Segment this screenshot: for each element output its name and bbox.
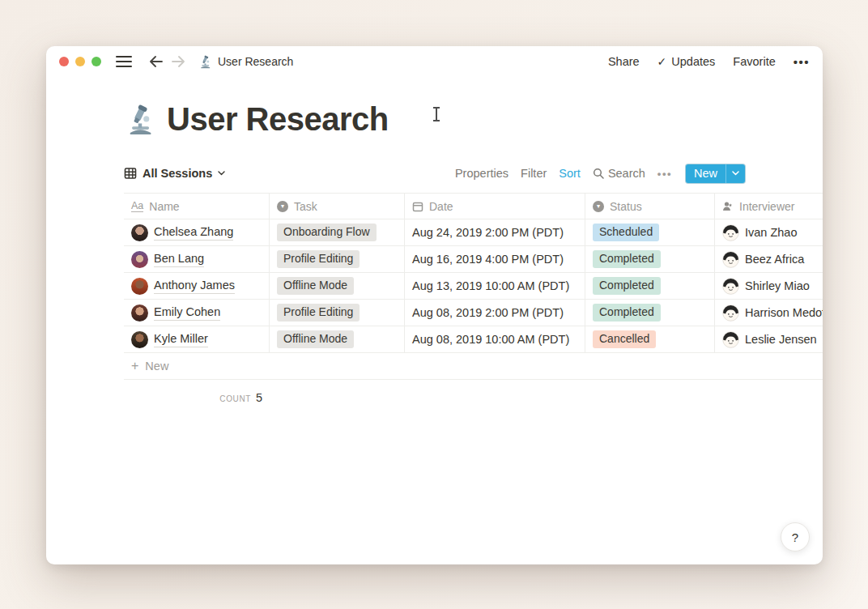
- interviewer-cell[interactable]: Ivan Zhao: [715, 219, 823, 245]
- desktop: { "titlebar": { "breadcrumb_title": "Use…: [0, 0, 868, 609]
- table-row: Anthony James Offline Mode Aug 13, 2019 …: [124, 273, 823, 300]
- view-switcher[interactable]: All Sessions: [124, 167, 225, 180]
- app-window: User Research Share ✓ Updates Favorite •…: [46, 46, 823, 564]
- participant-avatar: [131, 331, 148, 348]
- search-icon: [593, 168, 604, 179]
- task-tag: Profile Editing: [277, 250, 360, 268]
- interviewer-avatar: [722, 224, 739, 241]
- text-cursor: [436, 108, 437, 121]
- date-cell[interactable]: Aug 16, 2019 4:00 PM (PDT): [405, 246, 585, 272]
- table-row: Ben Lang Profile Editing Aug 16, 2019 4:…: [124, 246, 823, 273]
- filter-button[interactable]: Filter: [521, 167, 547, 180]
- participant-name[interactable]: Emily Cohen: [154, 304, 220, 321]
- task-cell[interactable]: Offline Mode: [270, 273, 405, 299]
- page-title[interactable]: User Research: [167, 101, 389, 138]
- date-value: Aug 13, 2019 10:00 AM (PDT): [412, 279, 569, 292]
- count-value: 5: [256, 391, 262, 404]
- participant-avatar: [131, 251, 148, 268]
- zoom-window-button[interactable]: [91, 57, 101, 66]
- status-cell[interactable]: Cancelled: [585, 326, 715, 352]
- status-cell[interactable]: Completed: [585, 273, 715, 299]
- name-cell[interactable]: Ben Lang: [124, 246, 270, 272]
- name-cell[interactable]: Anthony James: [124, 273, 270, 299]
- new-button[interactable]: New: [686, 164, 745, 183]
- column-label: Date: [429, 200, 453, 213]
- plus-icon: +: [131, 360, 138, 373]
- date-cell[interactable]: Aug 08, 2019 2:00 PM (PDT): [405, 300, 585, 326]
- breadcrumb[interactable]: User Research: [198, 55, 293, 69]
- name-cell[interactable]: Emily Cohen: [124, 300, 270, 326]
- date-cell[interactable]: Aug 08, 2019 10:00 AM (PDT): [405, 326, 585, 352]
- table-body: Chelsea Zhang Onboarding Flow Aug 24, 20…: [124, 219, 823, 353]
- new-row-label: New: [145, 360, 168, 373]
- status-tag: Completed: [593, 250, 661, 268]
- new-row-button[interactable]: + New: [124, 353, 823, 380]
- interviewer-cell[interactable]: Shirley Miao: [715, 273, 823, 299]
- sort-button[interactable]: Sort: [559, 167, 581, 180]
- back-button[interactable]: [147, 53, 164, 70]
- page-icon-microscope[interactable]: [124, 104, 156, 136]
- help-button[interactable]: ?: [781, 522, 810, 552]
- interviewer-avatar: [722, 278, 739, 295]
- task-tag: Offline Mode: [277, 330, 354, 348]
- updates-button[interactable]: ✓ Updates: [657, 55, 716, 68]
- table-header-row: Aa Name ▾ Task Date ▾ Status: [124, 193, 823, 219]
- forward-button[interactable]: [169, 53, 187, 70]
- date-cell[interactable]: Aug 13, 2019 10:00 AM (PDT): [405, 273, 585, 299]
- view-more-icon[interactable]: •••: [657, 168, 672, 180]
- share-button[interactable]: Share: [608, 55, 640, 68]
- sidebar-menu-icon[interactable]: [116, 56, 132, 67]
- table-row: Chelsea Zhang Onboarding Flow Aug 24, 20…: [124, 219, 823, 246]
- date-value: Aug 08, 2019 2:00 PM (PDT): [412, 306, 564, 319]
- task-cell[interactable]: Profile Editing: [270, 300, 405, 326]
- new-button-label[interactable]: New: [686, 164, 725, 183]
- status-tag: Cancelled: [593, 330, 656, 348]
- column-header-name[interactable]: Aa Name: [124, 194, 270, 219]
- participant-avatar: [131, 304, 148, 322]
- participant-name[interactable]: Anthony James: [154, 278, 235, 294]
- name-cell[interactable]: Kyle Miller: [124, 326, 270, 352]
- minimize-window-button[interactable]: [75, 57, 85, 66]
- task-cell[interactable]: Onboarding Flow: [270, 219, 405, 245]
- properties-button[interactable]: Properties: [455, 167, 508, 180]
- window-controls: [59, 57, 101, 66]
- column-label: Interviewer: [739, 200, 794, 213]
- table-row: Emily Cohen Profile Editing Aug 08, 2019…: [124, 300, 823, 326]
- date-cell[interactable]: Aug 24, 2019 2:00 PM (PDT): [405, 219, 585, 245]
- status-cell[interactable]: Completed: [585, 246, 715, 272]
- updates-label: Updates: [671, 55, 715, 68]
- search-button[interactable]: Search: [593, 167, 645, 180]
- status-cell[interactable]: Completed: [585, 300, 715, 326]
- interviewer-name: Harrison Medoff: [745, 306, 823, 319]
- interviewer-cell[interactable]: Beez Africa: [715, 246, 823, 272]
- participant-name[interactable]: Chelsea Zhang: [154, 224, 233, 241]
- status-cell[interactable]: Scheduled: [585, 219, 715, 245]
- task-cell[interactable]: Offline Mode: [270, 326, 405, 352]
- interviewer-cell[interactable]: Leslie Jensen: [715, 326, 823, 352]
- more-options-icon[interactable]: •••: [794, 55, 810, 69]
- column-header-date[interactable]: Date: [405, 194, 585, 219]
- column-header-task[interactable]: ▾ Task: [270, 194, 405, 219]
- task-tag: Profile Editing: [277, 304, 360, 322]
- column-label: Task: [294, 200, 317, 213]
- interviewer-cell[interactable]: Harrison Medoff: [715, 300, 823, 326]
- participant-name[interactable]: Kyle Miller: [154, 331, 208, 347]
- favorite-button[interactable]: Favorite: [733, 55, 775, 68]
- column-header-interviewer[interactable]: Interviewer: [715, 194, 823, 219]
- microscope-icon: [198, 55, 212, 69]
- name-cell[interactable]: Chelsea Zhang: [124, 219, 270, 245]
- status-tag: Completed: [593, 277, 661, 295]
- chevron-down-icon: [218, 171, 225, 176]
- task-cell[interactable]: Profile Editing: [270, 246, 405, 272]
- new-button-caret[interactable]: [725, 164, 745, 183]
- close-window-button[interactable]: [59, 57, 69, 66]
- count-row[interactable]: COUNT 5: [124, 380, 270, 404]
- person-icon: [722, 201, 734, 212]
- titlebar: User Research Share ✓ Updates Favorite •…: [46, 46, 823, 77]
- check-icon: ✓: [657, 55, 667, 68]
- column-header-status[interactable]: ▾ Status: [585, 194, 715, 219]
- participant-name[interactable]: Ben Lang: [154, 251, 204, 267]
- database-table: Aa Name ▾ Task Date ▾ Status: [124, 193, 823, 404]
- interviewer-avatar: [722, 331, 739, 348]
- count-label: COUNT: [219, 394, 251, 403]
